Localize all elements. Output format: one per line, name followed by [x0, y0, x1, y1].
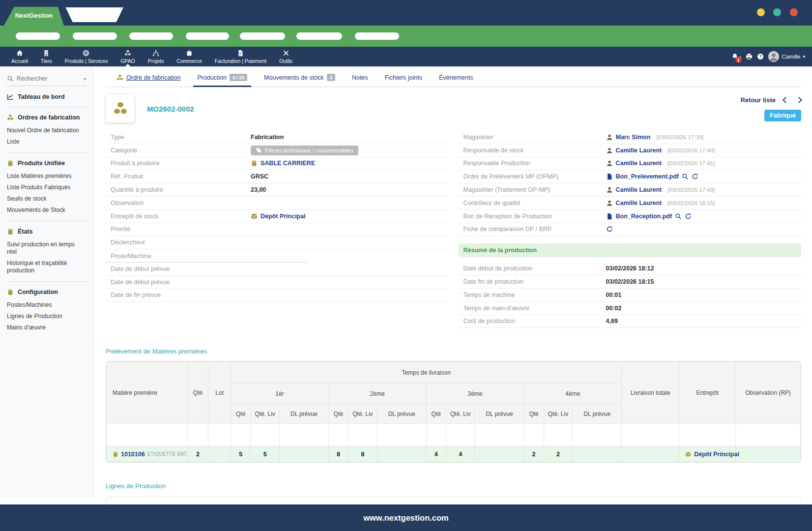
user-menu[interactable]: Camille ▾ [768, 51, 805, 62]
delivery-2-expected-date [377, 446, 426, 462]
page-title: MO2602-0002 [147, 105, 194, 123]
sidebar-item-dashboard[interactable]: Tableau de bord [6, 86, 87, 107]
print-button[interactable] [746, 53, 753, 60]
nav-item-gpao[interactable]: GPAO [114, 47, 142, 66]
person-link[interactable]: Camille Laurent [616, 200, 662, 206]
db-icon [113, 451, 118, 457]
menu-pill[interactable] [186, 32, 229, 40]
menu-pill[interactable] [240, 32, 285, 40]
tab-ordre-de-fabrication[interactable]: Ordre de fabrication [116, 74, 180, 81]
qty-cell: 2 [187, 446, 208, 462]
sidebar-item-historique-et-tra-abilit-production[interactable]: Historique et traçabilité production [6, 258, 87, 276]
pdf-link[interactable]: Bon_Reception.pdf [616, 213, 672, 220]
sidebar-section-configuration: ConfigurationPostes/MachinesLignes de Pr… [6, 282, 87, 338]
sidebar-item-seuils-de-stock[interactable]: Seuils de stock [6, 193, 87, 205]
prev-record-button[interactable] [783, 97, 789, 103]
menu-pill[interactable] [16, 32, 60, 40]
avatar [768, 51, 779, 62]
quick-menu-bar [0, 26, 812, 47]
col-subheader-qt-liv: Qté. Liv [251, 404, 279, 424]
tab-production[interactable]: Production5 / 23 [197, 74, 247, 81]
menu-pill[interactable] [129, 32, 173, 40]
person-link[interactable]: Marc Simon [616, 134, 651, 141]
detail-label: Réf. Produit [106, 173, 251, 180]
nav-item-projets[interactable]: Projets [142, 47, 171, 66]
nav-item-commerce[interactable]: Commerce [170, 47, 208, 66]
person-link[interactable]: Camille Laurent [616, 147, 662, 154]
sidebar-item-liste[interactable]: Liste [6, 136, 87, 148]
sidebar-section-title-produits-unifi-e[interactable]: Produits Unifiée [6, 153, 87, 171]
next-record-button[interactable] [796, 97, 802, 103]
nav-item-outils[interactable]: Outils [273, 47, 299, 66]
notifications-button[interactable]: 1 ▾ [731, 53, 742, 60]
sidebar-item-suivi-production-en-temps-r-el[interactable]: Suivi production en temps réel [6, 239, 87, 258]
person-link[interactable]: Camille Laurent [616, 160, 662, 167]
detail-link[interactable]: Dépôt Principal [261, 213, 306, 220]
sidebar-item-postes-machines[interactable]: Postes/Machines [6, 299, 87, 311]
summary-value-text: 00:02 [606, 305, 622, 312]
detail-label: Date de fin prévue [106, 292, 251, 298]
detail-link[interactable]: SABLE CARRIERE [261, 160, 315, 167]
tab-mouvements-de-stock[interactable]: Mouvements de stock4 [264, 74, 335, 81]
filter-cell [208, 424, 231, 446]
back-to-list-link[interactable]: Retour liste [740, 96, 776, 104]
filter-cell [573, 424, 622, 446]
sidebar-item-mouvements-de-stock[interactable]: Mouvements de Stock [6, 205, 87, 216]
warehouse-link[interactable]: Dépôt Principal [694, 451, 739, 458]
window-dot-red[interactable] [790, 8, 798, 16]
preview-icon[interactable] [682, 173, 689, 180]
warehouse-icon [685, 451, 691, 457]
nav-item-facturation-paiement[interactable]: Facturation | Paiement [208, 47, 273, 66]
sidebar-item-lignes-de-production[interactable]: Lignes de Production [6, 311, 87, 322]
sidebar-item-liste-produits-fabriqu-s[interactable]: Liste Produits Fabriqués [6, 182, 87, 193]
sidebar-section-title-configuration[interactable]: Configuration [6, 282, 87, 299]
sidebar-item-mains-d-uvre[interactable]: Mains d'œuvre [6, 322, 87, 333]
regenerate-icon[interactable] [685, 213, 692, 220]
filter-cell [107, 424, 188, 446]
materials-table: Matière premièreQtéLotTemps de livraison… [106, 361, 801, 462]
col-subheader-qt: Qté [328, 404, 348, 424]
window-dot-yellow[interactable] [757, 8, 765, 16]
nav-item-accueil[interactable]: Accueil [5, 47, 34, 66]
tab-count-badge: 4 [327, 74, 335, 81]
filter-cell [475, 424, 524, 446]
regenerate-icon[interactable] [606, 226, 613, 233]
menu-pill[interactable] [73, 32, 117, 40]
observation-cell [736, 446, 801, 462]
delivery-3-qty: 4 [426, 446, 446, 462]
materials-table-wrap: Matière premièreQtéLotTemps de livraison… [106, 361, 801, 463]
col-subheader-dl-pr-vue: DL prévue [573, 404, 622, 424]
pdf-link[interactable]: Bon_Prelevement.pdf [616, 173, 679, 180]
preview-icon[interactable] [675, 213, 682, 220]
filter-cell [328, 424, 348, 446]
material-code-link[interactable]: 1010106 [121, 451, 145, 458]
window-dot-teal[interactable] [773, 8, 781, 16]
person-link[interactable]: Camille Laurent [616, 186, 662, 193]
tab-v-nements[interactable]: Événements [439, 74, 473, 81]
detail-row: Produit à produireSABLE CARRIERE [106, 157, 449, 171]
sidebar-item-liste-mati-res-premi-res[interactable]: Liste Matières premières [6, 171, 87, 182]
delivery-1-qty-delivered: 5 [251, 446, 279, 462]
nav-item-tiers[interactable]: Tiers [34, 47, 58, 66]
brand-logo[interactable]: NextGestion [4, 7, 64, 26]
db-icon [7, 160, 14, 167]
tab-notes[interactable]: Notes [352, 74, 368, 81]
sidebar-item-nouvel-ordre-de-fabrication[interactable]: Nouvel Ordre de fabrication [6, 125, 87, 136]
detail-row: Responsable de stockCamille Laurent[03/0… [459, 144, 802, 157]
menu-pill[interactable] [355, 32, 399, 40]
status-badge: Fabriqué [764, 110, 801, 121]
total-delivery-cell [622, 446, 679, 462]
menu-pill[interactable] [296, 32, 342, 40]
col-subheader-qt-liv: Qté. Liv [446, 404, 474, 424]
search-input[interactable] [17, 75, 81, 82]
regenerate-icon[interactable] [692, 173, 698, 180]
production-lines-section-title: Lignes de Production [106, 482, 801, 490]
nav-item-produits-services[interactable]: Produits | Services [58, 47, 114, 66]
tab-fichiers-joints[interactable]: Fichiers joints [385, 74, 422, 81]
summary-row: Temps de main-d'œuvre00:02 [459, 302, 802, 315]
summary-label: Temps de main-d'œuvre [459, 305, 606, 312]
help-button[interactable]: ? [757, 53, 764, 60]
sidebar-section-title-tats[interactable]: États [6, 221, 87, 239]
detail-row: Responsable ProductionCamille Laurent[03… [459, 157, 802, 171]
sidebar-section-title-ordres-de-fabrication[interactable]: Ordres de fabrication [6, 107, 87, 125]
